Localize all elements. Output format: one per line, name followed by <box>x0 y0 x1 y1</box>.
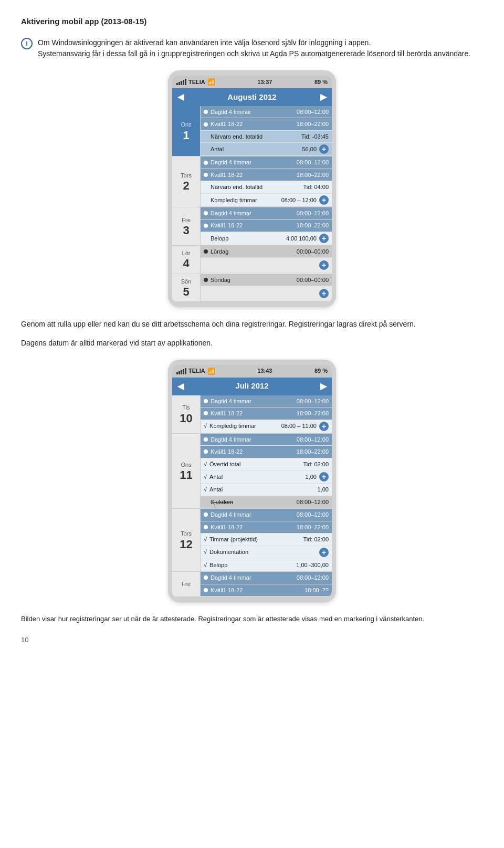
schedule-label: Dagtid 4 timmar <box>211 108 297 117</box>
next-month-2[interactable]: ▶ <box>320 380 327 393</box>
schedule-row[interactable]: Belopp4,00 100,00+ <box>201 232 332 245</box>
wifi-icon-1: 📶 <box>207 77 215 87</box>
schedule-row[interactable]: Kväll1 18-2218:00–22:00 <box>201 521 332 534</box>
day-block: Tis10Dagtid 4 timmar08:00–12:00Kväll1 18… <box>172 395 332 434</box>
schedule-row[interactable]: Lördag00:00–00:00 <box>201 246 332 258</box>
body-text-2: Dagens datum är alltid markerad vid star… <box>21 338 483 349</box>
prev-month-2[interactable]: ◀ <box>177 380 184 393</box>
schedule-label: Antal <box>209 485 318 494</box>
day-name: Tors <box>181 171 192 180</box>
day-name: Ons <box>181 460 191 469</box>
phone-2-content: Tis10Dagtid 4 timmar08:00–12:00Kväll1 18… <box>172 395 332 598</box>
schedule-time: 08:00–12:00 <box>297 209 329 218</box>
schedule-label: Närvaro end. totaltid <box>211 183 303 192</box>
schedule-label: Dagtid 4 timmar <box>211 573 297 582</box>
schedule-time: 00:00–00:00 <box>297 247 329 256</box>
schedule-label: Dagtid 4 timmar <box>211 435 297 444</box>
plus-button[interactable]: + <box>319 472 329 481</box>
day-number: 10 <box>180 412 192 425</box>
schedule-label: Kväll1 18-22 <box>211 120 297 129</box>
dot-indicator <box>204 211 208 215</box>
day-block: Ons1Dagtid 4 timmar08:00–12:00Kväll1 18-… <box>172 106 332 157</box>
schedule-row[interactable]: Dagtid 4 timmar08:00–12:00 <box>201 395 332 408</box>
day-rows: Dagtid 4 timmar08:00–12:00Kväll1 18-2218… <box>201 156 332 207</box>
status-bar-1: TELIA 📶 13:37 89 % <box>172 76 332 88</box>
body-text-1: Genom att rulla upp eller ned kan du se … <box>21 319 483 330</box>
schedule-row[interactable]: Närvaro end. totaltidTid: -03:45 <box>201 131 332 143</box>
schedule-row[interactable]: Kväll1 18-2218:00–22:00 <box>201 169 332 182</box>
schedule-row[interactable]: Närvaro end. totaltidTid: 04:00 <box>201 181 332 194</box>
schedule-row[interactable]: √Antal1,00+ <box>201 470 332 484</box>
checkmark-icon: √ <box>204 561 207 570</box>
plus-button[interactable]: + <box>319 260 329 270</box>
schedule-row[interactable]: √Antal1,00 <box>201 484 332 496</box>
wifi-icon-2: 📶 <box>207 367 215 376</box>
day-number: 5 <box>183 286 189 298</box>
schedule-row[interactable]: √Övertid totalTid: 02:00 <box>201 458 332 471</box>
schedule-time: 18:00–22:00 <box>297 171 329 180</box>
schedule-label: Kväll1 18-22 <box>211 409 297 418</box>
schedule-time: 08:00–12:00 <box>297 498 329 507</box>
schedule-row[interactable]: Kväll1 18-2218:00–?? <box>201 584 332 597</box>
schedule-row[interactable]: Sjukdom08:00–12:00 <box>201 496 332 509</box>
schedule-row[interactable]: Dagtid 4 timmar08:00–12:00 <box>201 572 332 584</box>
status-bar-2: TELIA 📶 13:43 89 % <box>172 365 332 378</box>
plus-button[interactable]: + <box>319 289 329 298</box>
schedule-row[interactable]: Kväll1 18-2218:00–22:00 <box>201 446 332 458</box>
day-name: Sön <box>181 277 192 286</box>
plus-button[interactable]: + <box>319 195 329 205</box>
day-block: Tors2Dagtid 4 timmar08:00–12:00Kväll1 18… <box>172 156 332 207</box>
schedule-row[interactable]: √Dokumentation+ <box>201 546 332 559</box>
schedule-label: Närvaro end. totaltid <box>211 132 301 141</box>
schedule-row[interactable]: Kväll1 18-2218:00–22:00 <box>201 118 332 131</box>
plus-button[interactable]: + <box>319 422 329 431</box>
schedule-label: Antal <box>209 473 306 481</box>
schedule-time: 18:00–22:00 <box>297 523 329 532</box>
plus-button[interactable]: + <box>319 234 329 243</box>
plus-button[interactable]: + <box>319 548 329 557</box>
day-label: Ons1 <box>172 106 201 156</box>
dot-indicator <box>204 512 208 517</box>
info-icon: i <box>21 38 33 49</box>
day-block: Fre3Dagtid 4 timmar08:00–12:00Kväll1 18-… <box>172 207 332 246</box>
schedule-row[interactable]: Kväll1 18-2218:00–22:00 <box>201 407 332 420</box>
dot-indicator <box>204 399 208 403</box>
schedule-row[interactable]: √Kompledig timmar08:00 – 11:00+ <box>201 420 332 433</box>
schedule-row[interactable]: Söndag00:00–00:00 <box>201 274 332 287</box>
schedule-time: Tid: -03:45 <box>301 132 329 141</box>
schedule-row[interactable]: √Belopp1,00 -300,00 <box>201 559 332 572</box>
prev-month-1[interactable]: ◀ <box>177 91 184 103</box>
plus-button[interactable]: + <box>319 144 329 154</box>
info-text-1: Om Windowsinloggningen är aktiverad kan … <box>38 37 470 49</box>
day-label: Lör4 <box>172 246 201 274</box>
schedule-row[interactable]: Dagtid 4 timmar08:00–12:00 <box>201 106 332 119</box>
day-number: 2 <box>183 180 189 192</box>
empty-row: + <box>201 286 332 301</box>
day-label: Fre <box>172 572 201 596</box>
schedule-row[interactable]: Dagtid 4 timmar08:00–12:00 <box>201 207 332 220</box>
dot-indicator <box>204 173 208 177</box>
day-block: Lör4Lördag00:00–00:00+ <box>172 246 332 274</box>
schedule-time: Tid: 02:00 <box>303 535 329 544</box>
day-rows: Dagtid 4 timmar08:00–12:00Kväll1 18-2218… <box>201 395 332 433</box>
dot-indicator <box>204 278 208 282</box>
schedule-row[interactable]: Kväll1 18-2218:00–22:00 <box>201 219 332 232</box>
day-rows: Dagtid 4 timmar08:00–12:00Kväll1 18-2218… <box>201 207 332 245</box>
schedule-row[interactable]: Dagtid 4 timmar08:00–12:00 <box>201 434 332 446</box>
schedule-time: 1,00 -300,00 <box>296 561 329 570</box>
schedule-label: Kompledig timmar <box>209 422 281 431</box>
next-month-1[interactable]: ▶ <box>320 91 327 103</box>
dot-indicator <box>204 249 208 254</box>
dot-indicator <box>204 588 208 592</box>
day-rows: Dagtid 4 timmar08:00–12:00Kväll1 18-2218… <box>201 106 332 156</box>
schedule-row[interactable]: √Timmar (projekttid)Tid: 02:00 <box>201 533 332 546</box>
schedule-label: Kompledig timmar <box>211 196 281 205</box>
schedule-time: 1,00 <box>318 485 329 494</box>
schedule-row[interactable]: Antal56,00+ <box>201 143 332 156</box>
schedule-row[interactable]: Kompledig timmar08:00 – 12:00+ <box>201 194 332 207</box>
page-title: Aktivering mobil app (2013-08-15) <box>21 16 483 28</box>
day-name: Ons <box>181 120 191 129</box>
schedule-label: Söndag <box>211 276 297 285</box>
schedule-row[interactable]: Dagtid 4 timmar08:00–12:00 <box>201 156 332 169</box>
schedule-row[interactable]: Dagtid 4 timmar08:00–12:00 <box>201 509 332 521</box>
